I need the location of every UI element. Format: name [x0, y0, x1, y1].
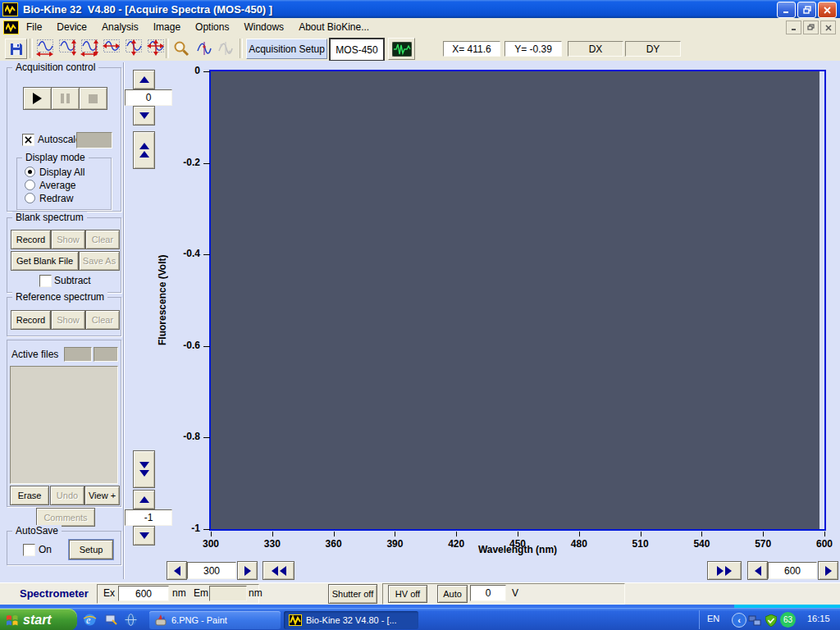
- acquisition-setup-button[interactable]: Acquisition Setup: [246, 39, 327, 59]
- menu-item-image[interactable]: Image: [146, 19, 188, 35]
- ex-unit-label: nm: [172, 587, 186, 599]
- zoom-xy-axis-icon[interactable]: [79, 39, 100, 57]
- hv-auto-button[interactable]: Auto: [437, 585, 468, 603]
- reference-record-button[interactable]: Record: [11, 310, 51, 330]
- pause-button[interactable]: [51, 87, 80, 110]
- mdi-restore-icon[interactable]: [803, 21, 819, 34]
- tray-chevron-icon[interactable]: ‹: [732, 613, 746, 628]
- erase-button[interactable]: Erase: [10, 486, 49, 505]
- em-value-field: [209, 586, 247, 601]
- x-min-field[interactable]: 300: [187, 562, 236, 579]
- cursor-a-icon[interactable]: [194, 39, 215, 57]
- y-axis-tick: [203, 71, 210, 72]
- menu-item-file[interactable]: File: [19, 19, 49, 35]
- zoom-x-axis-icon[interactable]: [34, 39, 56, 57]
- display-mode-title: Display mode: [22, 152, 89, 163]
- blank-show-button: Show: [51, 230, 85, 249]
- radio-display-all[interactable]: [25, 167, 35, 177]
- save-icon[interactable]: [5, 39, 27, 59]
- blank-clear-button: Clear: [85, 230, 120, 249]
- zoom-magnifier-icon[interactable]: [171, 39, 192, 57]
- x-max-increment-button[interactable]: [818, 561, 838, 580]
- active-files-listbox[interactable]: [10, 366, 118, 484]
- paint-icon: [154, 614, 167, 627]
- hv-unit-label: V: [512, 587, 518, 599]
- x-min-decrement-button[interactable]: [167, 561, 187, 580]
- y-axis-tick: [203, 529, 210, 530]
- get-blank-file-button[interactable]: Get Blank File: [11, 251, 79, 271]
- blank-spectrum-title: Blank spectrum: [12, 212, 87, 223]
- cursor-dx-readout: DX: [568, 41, 623, 57]
- autosave-setup-button[interactable]: Setup: [69, 540, 113, 559]
- cursor-b-icon-disabled: [215, 39, 236, 57]
- em-label: Em: [194, 587, 208, 599]
- autosave-on-checkbox[interactable]: [23, 544, 35, 556]
- view-plus-button[interactable]: View +: [84, 486, 120, 505]
- menu-item-about-biokine[interactable]: About BioKine...: [291, 19, 377, 35]
- minimize-icon[interactable]: [777, 2, 796, 18]
- hv-off-button[interactable]: HV off: [388, 585, 427, 603]
- x-axis-tick-label: 450: [500, 538, 536, 550]
- y-zoom-out-button[interactable]: [133, 450, 155, 488]
- x-shift-right-button[interactable]: [707, 561, 742, 580]
- restore-icon[interactable]: [797, 2, 816, 18]
- menu-item-analysis[interactable]: Analysis: [94, 19, 146, 35]
- mdi-close-icon[interactable]: [820, 21, 836, 34]
- mdi-child-icon[interactable]: [3, 21, 19, 34]
- x-shift-left-button[interactable]: [262, 561, 294, 580]
- tray-divider: [699, 610, 700, 629]
- cursor-dy-readout: DY: [625, 41, 681, 57]
- radio-redraw[interactable]: [25, 193, 35, 203]
- radio-average[interactable]: [25, 180, 35, 190]
- task-paint[interactable]: 6.PNG - Paint: [149, 611, 281, 629]
- hv-value-field[interactable]: 0: [470, 585, 506, 601]
- start-button[interactable]: start: [0, 609, 77, 630]
- expand-xy-axis-icon[interactable]: [145, 39, 167, 57]
- y-zoom-in-button[interactable]: [133, 131, 155, 169]
- oscilloscope-icon[interactable]: [388, 38, 415, 60]
- comments-button: Comments: [36, 508, 95, 527]
- y-axis-tick-label: -0.8: [164, 431, 200, 442]
- shutter-button[interactable]: Shutter off: [328, 584, 377, 604]
- em-unit-label: nm: [249, 587, 262, 599]
- tray-clock[interactable]: 16:15: [807, 614, 830, 623]
- task-biokine[interactable]: Bio-Kine 32 V4.80 - [...: [284, 611, 418, 629]
- cursor-y-readout: Y= -0.39: [504, 41, 562, 57]
- zoom-y-axis-icon[interactable]: [57, 39, 78, 57]
- quick-launch-desktop-icon[interactable]: [103, 612, 119, 628]
- spectrum-plot[interactable]: [209, 70, 826, 531]
- quick-launch-browser-icon[interactable]: [123, 612, 139, 628]
- stop-button[interactable]: [79, 87, 107, 110]
- close-icon[interactable]: [818, 2, 837, 18]
- x-max-decrement-button[interactable]: [747, 561, 768, 580]
- autoscale-checkbox[interactable]: [22, 134, 34, 146]
- blank-save-as-button: Save As: [79, 251, 120, 271]
- y-bottom-increment-button[interactable]: [133, 490, 155, 509]
- tray-language-indicator[interactable]: EN: [707, 614, 719, 623]
- expand-x-axis-icon[interactable]: [101, 39, 122, 57]
- tray-shield-icon[interactable]: [763, 613, 778, 628]
- x-max-field[interactable]: 600: [768, 562, 817, 579]
- menu-item-windows[interactable]: Windows: [236, 19, 291, 35]
- y-top-decrement-button[interactable]: [133, 106, 155, 126]
- ex-value-field[interactable]: 600: [118, 586, 169, 601]
- blank-record-button[interactable]: Record: [11, 230, 51, 249]
- menu-item-device[interactable]: Device: [49, 19, 94, 35]
- y-axis-tick: [203, 346, 210, 347]
- y-top-increment-button[interactable]: [133, 70, 155, 89]
- plot-fill: [211, 71, 819, 529]
- quick-launch-ie-icon[interactable]: e: [82, 612, 98, 628]
- x-axis-tick: [763, 532, 764, 536]
- x-min-increment-button[interactable]: [237, 561, 258, 580]
- menu-item-options[interactable]: Options: [188, 19, 236, 35]
- play-button[interactable]: [23, 87, 52, 110]
- mdi-minimize-icon[interactable]: [786, 21, 801, 34]
- tray-battery-indicator[interactable]: 63: [780, 612, 796, 628]
- subtract-checkbox[interactable]: [39, 275, 52, 287]
- start-label: start: [23, 613, 52, 628]
- mos-450-button[interactable]: MOS-450: [329, 38, 385, 62]
- radio-average-label: Average: [39, 180, 75, 191]
- expand-y-axis-icon[interactable]: [123, 39, 144, 57]
- y-bottom-decrement-button[interactable]: [133, 526, 155, 546]
- tray-network-icon[interactable]: [746, 613, 762, 628]
